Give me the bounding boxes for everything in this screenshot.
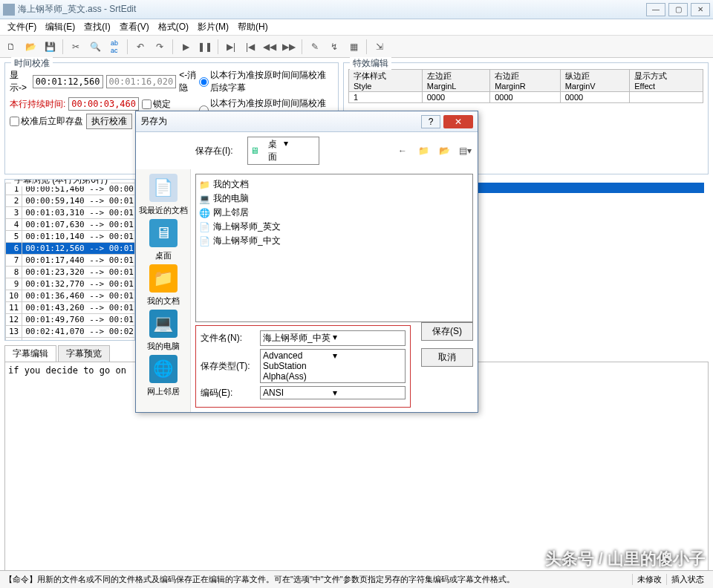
toolbar: 🗋 📂 💾 ✂ 🔍 abac ↶ ↷ ▶ ❚❚ ▶| |◀ ◀◀ ▶▶ ✎ ↯ … [0, 36, 713, 58]
encoding-combo[interactable]: ANSI▾ [260, 386, 406, 399]
col-style: 字体样式 Style [349, 70, 423, 92]
subtitle-row[interactable]: 400:01:07,630 --> 00:01: [6, 219, 136, 231]
subtitle-row[interactable]: 1400:02:51,170 --> 00:02: [6, 338, 136, 342]
undo-icon[interactable]: ↶ [132, 39, 149, 55]
save-as-dialog: 另存为 ? ✕ 保存在(I): 🖥桌面▾ ← 📁 📂 ▤▾ 📄 我最近的文档 🖥… [135, 111, 478, 413]
lock-checkbox[interactable]: 锁定 [142, 98, 171, 111]
app-icon [3, 4, 15, 16]
network-icon: 🌐 [199, 208, 210, 218]
cut-icon[interactable]: ✂ [68, 39, 84, 55]
exec-calibrate-button[interactable]: 执行校准 [86, 114, 132, 129]
desktop-place-icon[interactable]: 🖥 [149, 219, 178, 247]
save-icon[interactable]: 💾 [42, 39, 58, 55]
tool3-icon[interactable]: ▦ [345, 39, 362, 55]
find-icon[interactable]: 🔍 [87, 39, 103, 55]
menu-file[interactable]: 文件(F) [3, 21, 41, 33]
effect-row[interactable]: 1000000000000 [349, 92, 703, 103]
filename-input[interactable]: 海上钢琴师_中英▾ [260, 330, 406, 346]
subtitle-row[interactable]: 300:01:03,310 --> 00:01: [6, 207, 136, 219]
tool1-icon[interactable]: ✎ [307, 39, 323, 55]
back-icon[interactable]: ← [394, 143, 411, 159]
menu-find[interactable]: 查找(I) [79, 21, 114, 33]
tool2-icon[interactable]: ↯ [326, 39, 342, 55]
savein-combo[interactable]: 🖥桌面▾ [247, 137, 319, 165]
subtitle-row[interactable]: 200:00:59,140 --> 00:01: [6, 195, 136, 207]
new-icon[interactable]: 🗋 [3, 39, 19, 55]
status-modified: 未修改 [632, 574, 666, 585]
menu-help[interactable]: 帮助(H) [233, 21, 273, 33]
timecode-end-input[interactable]: 00:01:16,020 [106, 75, 177, 88]
col-marginr: 右边距 MarginR [490, 70, 561, 92]
replace-icon[interactable]: abac [106, 39, 123, 55]
redo-icon[interactable]: ↷ [152, 39, 168, 55]
col-effect: 显示方式 Effect [630, 70, 703, 92]
dialog-close-button[interactable]: ✕ [443, 115, 473, 128]
subtitle-row[interactable]: 500:01:10,140 --> 00:01: [6, 231, 136, 243]
subtitle-row[interactable]: 1000:01:36,460 --> 00:01: [6, 290, 136, 302]
menu-edit[interactable]: 编辑(E) [41, 21, 79, 33]
calib-option-1[interactable]: 以本行为准按原时间间隔校准后续字幕 [199, 69, 333, 94]
status-label: 【命令】 [4, 574, 37, 585]
skip-start-icon[interactable]: |◀ [242, 39, 258, 55]
dialog-title: 另存为 [140, 115, 421, 128]
filetype-label: 保存类型(T): [201, 360, 255, 373]
file-list[interactable]: 📁我的文档💻我的电脑🌐网上邻居📄海上钢琴师_英文📄海上钢琴师_中文 [195, 174, 473, 322]
file-item[interactable]: 💻我的电脑 [199, 192, 469, 206]
play-icon[interactable]: ▶ [178, 39, 194, 55]
menubar: 文件(F) 编辑(E) 查找(I) 查看(V) 格式(O) 影片(M) 帮助(H… [0, 19, 713, 36]
newfolder-icon[interactable]: 📂 [436, 143, 452, 159]
status-insert: 插入状态 [666, 574, 709, 585]
filename-label: 文件名(N): [201, 332, 255, 344]
duration-label: 本行持续时间: [10, 98, 65, 111]
savein-label: 保存在(I): [195, 145, 243, 157]
menu-movie[interactable]: 影片(M) [193, 21, 233, 33]
window-titlebar: 海上钢琴师_英文.ass - SrtEdit — ▢ ✕ [0, 0, 713, 19]
up-icon[interactable]: 📁 [415, 143, 432, 159]
subtitle-row[interactable]: 900:01:32,770 --> 00:01: [6, 278, 136, 290]
viewmenu-icon[interactable]: ▤▾ [457, 143, 473, 159]
file-item[interactable]: 📄海上钢琴师_中文 [199, 234, 469, 248]
recent-docs-icon[interactable]: 📄 [149, 174, 178, 202]
menu-format[interactable]: 格式(O) [154, 21, 193, 33]
dialog-help-button[interactable]: ? [421, 115, 440, 128]
mycomputer-icon[interactable]: 💻 [149, 310, 178, 338]
tab-subpreview[interactable]: 字幕预览 [58, 345, 110, 362]
file-item[interactable]: 📄海上钢琴师_英文 [199, 220, 469, 234]
save-button[interactable]: 保存(S) [421, 322, 473, 341]
duration-display: 00:00:03,460 [68, 97, 139, 111]
minimize-button[interactable]: — [646, 3, 665, 16]
pause-icon[interactable]: ❚❚ [197, 39, 213, 55]
window-close-button[interactable]: ✕ [691, 3, 710, 16]
subtitle-row[interactable]: 1100:01:43,260 --> 00:01: [6, 302, 136, 314]
effect-table[interactable]: 字体样式 Style 左边距 MarginL 右边距 MarginR 纵边距 M… [348, 69, 703, 103]
window-title: 海上钢琴师_英文.ass - SrtEdit [18, 3, 646, 16]
tab-subedit[interactable]: 字幕编辑 [4, 345, 56, 362]
subtitle-table[interactable]: 100:00:51,460 --> 00:00:200:00:59,140 --… [5, 183, 135, 341]
maximize-button[interactable]: ▢ [668, 3, 688, 16]
exit-icon[interactable]: ⇲ [371, 39, 388, 55]
network-icon[interactable]: 🌐 [149, 355, 178, 383]
skip-end-icon[interactable]: ▶| [223, 39, 239, 55]
filetype-combo[interactable]: Advanced SubStation Alpha(Ass)▾ [260, 349, 406, 383]
file-item[interactable]: 🌐网上邻居 [199, 206, 469, 220]
col-marginl: 左边距 MarginL [422, 70, 489, 92]
timecode-start-input[interactable]: 00:01:12,560 [33, 75, 103, 88]
save-after-checkbox[interactable]: 校准后立即存盘 [10, 115, 83, 128]
cancel-button[interactable]: 取消 [421, 348, 473, 367]
mydocs-icon[interactable]: 📁 [149, 264, 178, 293]
forward-icon[interactable]: ▶▶ [281, 39, 297, 55]
subtitle-row[interactable]: 600:01:12,560 --> 00:01: [6, 243, 136, 255]
file-item[interactable]: 📁我的文档 [199, 177, 469, 192]
subtitle-row[interactable]: 1300:02:41,070 --> 00:02: [6, 326, 136, 338]
rewind-icon[interactable]: ◀◀ [261, 39, 278, 55]
menu-view[interactable]: 查看(V) [115, 21, 154, 33]
subtitle-row[interactable]: 1200:01:49,760 --> 00:01: [6, 314, 136, 326]
desktop-icon: 🖥 [250, 146, 265, 156]
open-icon[interactable]: 📂 [22, 39, 39, 55]
subtitle-row[interactable]: 700:01:17,440 --> 00:01: [6, 255, 136, 267]
dialog-titlebar: 另存为 ? ✕ [136, 111, 478, 132]
watermark: 头条号 / 山里的傻小子 [545, 548, 706, 570]
subtitle-list-groupbox: 字幕浏览 (本行为第6行) 100:00:51,460 --> 00:00:20… [4, 179, 135, 341]
hide-label: <-消隐 [179, 69, 199, 94]
subtitle-row[interactable]: 800:01:23,320 --> 00:01: [6, 267, 136, 278]
